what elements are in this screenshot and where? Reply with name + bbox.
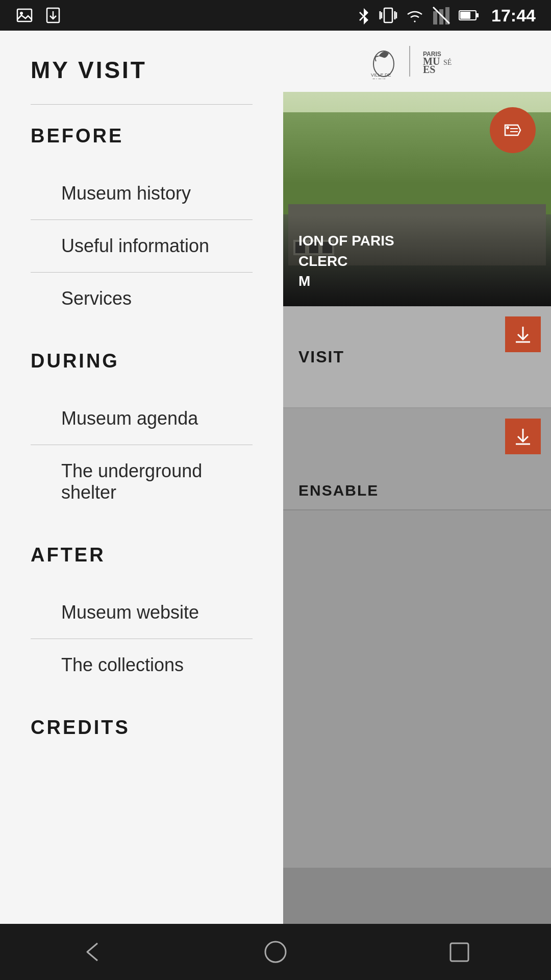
ticket-button[interactable] xyxy=(490,107,536,153)
download-ensable-button[interactable] xyxy=(505,419,541,454)
ville-de-paris-logo: VILLE DE PARIS xyxy=(368,43,399,79)
status-bar-left-icons xyxy=(15,6,62,24)
menu-item-underground-shelter[interactable]: The underground shelter xyxy=(31,445,253,519)
museum-image-overlay: ION OF PARIS CLERC M xyxy=(283,215,551,306)
section-after: AFTER Museum website The collections xyxy=(31,544,253,691)
svg-rect-0 xyxy=(17,9,32,21)
side-drawer: MY VISIT BEFORE Museum history Useful in… xyxy=(0,31,283,924)
menu-item-useful-information[interactable]: Useful information xyxy=(31,220,253,273)
menu-item-museum-agenda[interactable]: Museum agenda xyxy=(31,393,253,445)
museum-image-area: ION OF PARIS CLERC M xyxy=(283,92,551,306)
battery-icon xyxy=(459,9,479,21)
download-visit-icon xyxy=(513,324,533,345)
svg-text:SÉ: SÉ xyxy=(443,58,452,66)
svg-rect-11 xyxy=(433,11,437,24)
menu-item-museum-website[interactable]: Museum website xyxy=(31,586,253,639)
menu-item-the-collections[interactable]: The collections xyxy=(31,639,253,691)
menu-item-museum-history[interactable]: Museum history xyxy=(31,167,253,220)
section-credits: CREDITS xyxy=(31,717,253,739)
svg-point-32 xyxy=(265,942,286,962)
back-button[interactable] xyxy=(71,932,112,972)
bottom-nav-bar xyxy=(0,924,551,980)
section-during-label: DURING xyxy=(31,350,253,372)
section-during: DURING Museum agenda The underground she… xyxy=(31,350,253,519)
section-before-label: BEFORE xyxy=(31,125,253,147)
download-icon xyxy=(44,6,62,24)
paris-musees-logo: PARIS MU SÉ ES xyxy=(420,43,466,79)
drawer-title: MY VISIT xyxy=(31,56,253,84)
right-panel-header: VILLE DE PARIS PARIS MU SÉ ES xyxy=(283,31,551,92)
drawer-divider xyxy=(31,104,253,105)
right-panel: VILLE DE PARIS PARIS MU SÉ ES xyxy=(283,31,551,924)
card-visit: VISIT xyxy=(283,306,551,408)
svg-rect-17 xyxy=(460,12,470,19)
section-before: BEFORE Museum history Useful information… xyxy=(31,125,253,325)
section-credits-label: CREDITS xyxy=(31,717,253,739)
home-icon xyxy=(262,938,290,966)
signal-blocked-icon xyxy=(432,6,450,24)
vibrate-icon xyxy=(379,6,397,24)
card-ensable: ENSABLE xyxy=(283,408,551,510)
home-button[interactable] xyxy=(255,932,296,972)
svg-rect-6 xyxy=(384,8,392,22)
download-ensable-icon xyxy=(513,426,533,447)
card-visit-text: VISIT xyxy=(283,337,360,377)
recents-icon xyxy=(445,938,473,966)
wifi-icon xyxy=(406,8,424,22)
download-visit-button[interactable] xyxy=(505,316,541,352)
svg-text:PARIS: PARIS xyxy=(372,78,386,79)
museum-caption: ION OF PARIS CLERC M xyxy=(298,231,536,291)
svg-text:ES: ES xyxy=(423,64,435,75)
status-bar: 17:44 xyxy=(0,0,551,31)
right-panel-bg xyxy=(283,510,551,868)
gallery-icon xyxy=(15,6,34,24)
recents-button[interactable] xyxy=(439,932,480,972)
ticket-icon xyxy=(500,117,525,143)
svg-text:VILLE DE: VILLE DE xyxy=(371,72,391,78)
svg-rect-33 xyxy=(450,943,468,961)
svg-rect-16 xyxy=(476,13,479,17)
bluetooth-icon xyxy=(357,6,371,24)
main-container: MY VISIT BEFORE Museum history Useful in… xyxy=(0,31,551,924)
section-after-label: AFTER xyxy=(31,544,253,566)
status-time: 17:44 xyxy=(491,6,536,26)
svg-point-25 xyxy=(506,126,509,129)
status-bar-right-icons: 17:44 xyxy=(357,6,536,26)
back-icon xyxy=(78,938,106,966)
svg-point-1 xyxy=(20,12,23,15)
paris-logo-area: VILLE DE PARIS PARIS MU SÉ ES xyxy=(368,43,466,79)
logo-divider xyxy=(409,46,410,77)
card-ensable-text: ENSABLE xyxy=(283,472,394,509)
menu-item-services[interactable]: Services xyxy=(31,273,253,325)
